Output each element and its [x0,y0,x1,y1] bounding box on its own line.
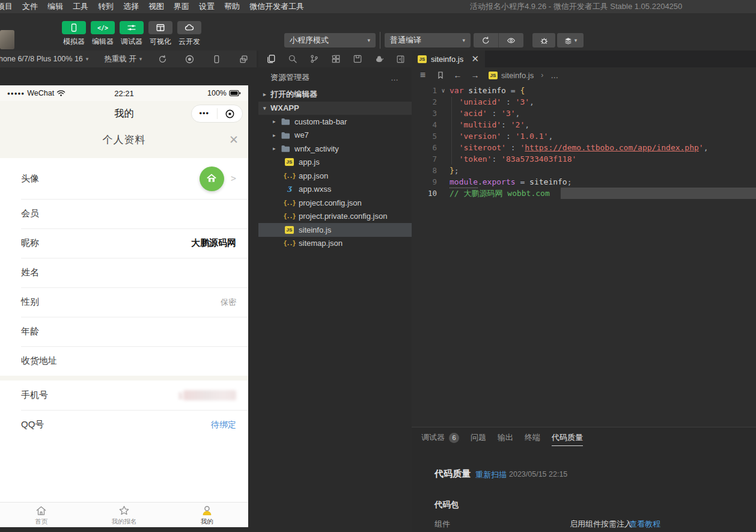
close-tab-icon[interactable]: ✕ [471,54,479,64]
profile-row-age[interactable]: 年龄 [0,317,248,346]
masked-phone-value: 1 [178,390,236,400]
code-area[interactable]: 1∨var siteinfo = {2 'uniacid' : '3',3 'a… [412,83,756,427]
cloud-dev-button[interactable]: 云开发 [177,21,201,47]
breadcrumb[interactable]: JS siteinfo.js › … [489,71,558,80]
profile-row-address[interactable]: 收货地址 [0,346,248,376]
teapot-icon[interactable] [374,54,384,64]
profile-row-gender[interactable]: 性别保密 [0,287,248,317]
code-line-2[interactable]: 2 'uniacid' : '3', [412,96,756,108]
visualization-button[interactable]: 可视化 [148,21,172,47]
menu-item-file[interactable]: 文件 [17,0,43,13]
debugger-button[interactable]: 调试器 [120,21,144,47]
navigate-forward-icon[interactable]: → [466,70,484,80]
panel-tab-label: 代码质量 [552,427,583,448]
tree-section-open-editors[interactable]: ▸打开的编辑器 [258,88,412,102]
panel-tab-debugger[interactable]: 调试器6 [421,427,459,448]
hot-reload-toggle[interactable]: 热重载 开 ▾ [104,54,142,64]
device-label: iPhone 6/7/8 Plus 100% 16 [0,55,83,63]
profile-row-avatar[interactable]: 头像> [0,158,248,199]
tree-item-app.json[interactable]: {..}app.json [258,169,412,183]
tree-section-wxapp[interactable]: ▾WXAPP [258,102,412,115]
profile-row-nickname[interactable]: 昵称大鹏源码网 [0,228,248,258]
close-minimize-button[interactable] [218,109,243,119]
menu-item-devtools[interactable]: 微信开发者工具 [245,0,309,13]
panel-tab-terminal[interactable]: 终端 [525,427,540,448]
code-line-7[interactable]: 7 'token': '83a5733403f118' [412,153,756,165]
folder-icon [280,144,290,153]
more-menu-button[interactable]: ••• [192,106,217,121]
menu-item-view[interactable]: 视图 [144,0,169,13]
profile-row-phone[interactable]: 手机号1 [0,381,248,410]
simulator-label: 模拟器 [62,37,86,47]
extensions-icon[interactable] [331,54,341,64]
code-line-3[interactable]: 3 'acid' : '3', [412,108,756,119]
device-selector[interactable]: iPhone 6/7/8 Plus 100% 16 ▾ [0,55,88,63]
navigate-back-icon[interactable]: ← [449,70,466,80]
mode-dropdown[interactable]: 小程序模式 ▾ [284,33,376,47]
compile-mode-dropdown[interactable]: 普通编译 ▾ [385,33,471,47]
code-line-4[interactable]: 4 'multiid': '2', [412,119,756,130]
panel-tab-output[interactable]: 输出 [498,427,513,448]
menu-item-interface[interactable]: 界面 [169,0,194,13]
tree-item-app.wxss[interactable]: Ʒapp.wxss [258,183,412,197]
menu-item-settings[interactable]: 设置 [194,0,219,13]
code-line-6[interactable]: 6 'siteroot' : 'https://demo.ttbobo.com/… [412,142,756,153]
menu-item-project[interactable]: 项目 [0,0,17,13]
phone-status-bar: ●●●●● WeChat 22:21 100% [0,85,248,101]
code-line-5[interactable]: 5 'version' : '1.0.1', [412,130,756,142]
tree-item-sitemap.json[interactable]: {..}sitemap.json [258,237,412,251]
tutorial-link[interactable]: 查看教程 [629,519,660,530]
panel-tab-code-quality[interactable]: 代码质量 [552,427,583,448]
code-line-9[interactable]: 9module.exports = siteinfo; [412,176,756,188]
rescan-link[interactable]: 重新扫描 [475,469,507,480]
simulator-button[interactable]: 模拟器 [62,21,86,47]
code-line-8[interactable]: 8}; [412,165,756,176]
folder-icon [280,130,290,140]
code-line-10[interactable]: 10// 大鹏源码网 wobbt.com [412,188,756,199]
close-icon[interactable]: ✕ [229,127,239,153]
source-control-icon[interactable] [309,54,319,64]
tree-item-wnfx_activity[interactable]: ▸wnfx_activity [258,142,412,156]
code-line-1[interactable]: 1∨var siteinfo = { [412,85,756,96]
page-title: 个人资料 [0,127,248,153]
chevron-collapsed-icon: ▸ [273,145,280,151]
tab-my-registrations[interactable]: 我的报名 [83,503,166,527]
rotate-icon[interactable] [158,55,167,64]
files-icon[interactable] [266,54,276,64]
tab-home[interactable]: 首页 [0,503,83,527]
menu-item-edit[interactable]: 编辑 [43,0,68,13]
menu-item-tools[interactable]: 工具 [68,0,93,13]
tree-label: WXAPP [270,103,299,112]
tree-item-app.js[interactable]: JSapp.js [258,156,412,170]
package-icon[interactable] [353,54,362,64]
tree-label: 打开的编辑器 [270,89,317,100]
profile-row-member[interactable]: 会员 [0,199,248,228]
collapse-sidebar-icon[interactable] [396,55,405,64]
panel-tab-problems[interactable]: 问题 [471,427,486,448]
tab-siteinfo-js[interactable]: JS siteinfo.js ✕ [412,50,485,67]
menu-item-select[interactable]: 选择 [118,0,144,13]
field-label: QQ号 [21,419,44,430]
tab-mine[interactable]: 我的 [165,503,248,527]
tree-item-custom-tab-bar[interactable]: ▸custom-tab-bar [258,115,412,129]
editor-button[interactable]: </>编辑器 [91,21,115,47]
visual-icon [148,21,172,34]
bookmark-icon[interactable] [431,71,449,79]
profile-row-qq[interactable]: QQ号待绑定 [0,410,248,439]
tree-item-siteinfo.js[interactable]: JSsiteinfo.js [258,223,412,237]
profile-row-realname[interactable]: 姓名 [0,258,248,287]
avatar-image[interactable] [200,167,224,191]
panel-tab-label: 输出 [498,427,513,448]
tree-item-we7[interactable]: ▸we7 [258,129,412,142]
more-actions-icon[interactable]: … [391,73,400,82]
tree-item-project.config.json[interactable]: {..}project.config.json [258,196,412,210]
menu-item-help[interactable]: 帮助 [219,0,245,13]
record-icon[interactable] [185,55,194,64]
search-icon[interactable] [288,54,297,64]
device-frame-icon[interactable] [212,55,221,64]
outline-list-icon[interactable]: ≡ [414,70,431,81]
menu-item-go[interactable]: 转到 [93,0,118,13]
tree-item-project.private.config.json[interactable]: {..}project.private.config.json [258,210,412,224]
float-window-icon[interactable] [239,55,248,64]
user-avatar[interactable] [0,30,14,49]
